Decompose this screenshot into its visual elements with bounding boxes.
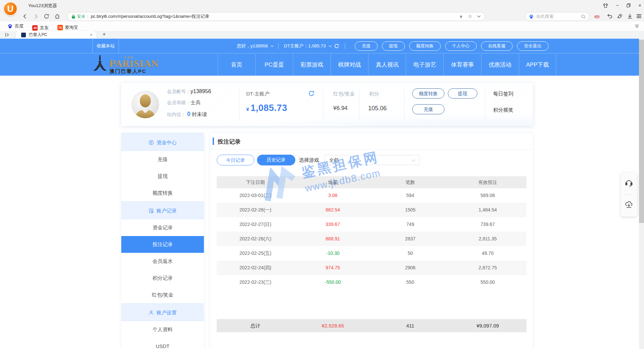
topbar-button-logout[interactable]: 安全退出 [517,41,549,51]
nav-item-app-download[interactable]: APP下载 [519,53,556,76]
daily-signin-link[interactable]: 每日签到 [493,91,513,97]
scrollbar-track[interactable] [639,39,644,349]
baidu-icon [7,24,13,29]
tab-close-icon[interactable]: × [90,32,92,37]
undo-icon[interactable] [607,13,613,19]
menu-icon[interactable] [636,13,642,19]
sidebar-item-account-records[interactable]: 账户记录 [121,201,204,219]
search-magnifier-icon[interactable] [581,14,586,19]
nav-item-pcdd[interactable]: PC蛋蛋 [255,53,293,76]
sidebar-item-fund-records[interactable]: 资金记录 [121,219,204,236]
favorite-site-link[interactable]: 收藏本站 [92,39,119,53]
restore-button[interactable] [626,3,631,8]
tab-history-records[interactable]: 历史记录 [257,155,295,165]
main-account-balance[interactable]: DT主账户：1,085.73 [284,43,326,49]
sidebar-item-label: 额度转换 [153,190,173,196]
nav-item-slots[interactable]: 电子游艺 [406,53,443,76]
topbar-button-online-service[interactable]: 在线客服 [481,41,513,51]
bonus-label: 红包/奖金 [333,91,355,97]
sidebar-item-deposit[interactable]: 充值 [121,151,204,168]
chevron-down-icon [412,158,415,161]
total-cell: 总计 [217,319,294,332]
nav-item-lottery[interactable]: 彩票游戏 [293,53,331,76]
sidebar-item-points-records[interactable]: 积分记录 [121,270,204,286]
theme-skin-icon[interactable] [603,3,608,8]
pdf-tool-icon[interactable]: PDF [595,13,599,20]
new-tab-button[interactable]: + [102,31,106,38]
tab-today-records[interactable]: 今日记录 [217,155,254,165]
bookmark-star-icon[interactable]: ☆ [468,13,472,20]
nav-item-sports[interactable]: 体育赛事 [443,53,481,76]
sidebar-item-redpacket-bonus[interactable]: 红包/奖金 [121,286,204,303]
bet-records-table: 下注日期输赢笔数有效投注 2022-03-01(二)3.08594589.082… [217,176,526,289]
refresh-balance-icon[interactable] [334,43,339,49]
reader-bolt-icon[interactable] [459,14,463,19]
nav-item-promotions[interactable]: 优惠活动 [481,53,519,76]
deposit-button[interactable]: 充值 [412,104,444,114]
total-cell: ¥9,097.09 [449,319,527,332]
back-icon[interactable] [22,13,28,20]
browser-tab[interactable]: 巴黎人PC × [16,31,96,39]
nav-item-board-games[interactable]: 棋牌对战 [331,53,368,76]
user-greeting[interactable]: 您好，y138956 [237,43,268,49]
topbar-button-quota-transfer[interactable]: 额度转换 [409,41,441,51]
sidebar-item-quota-transfer[interactable]: 额度转换 [121,185,204,201]
sidebar-item-personal-info[interactable]: 个人资料 [121,321,204,338]
sidebar-item-bet-records[interactable]: 投注记录 [121,236,204,253]
minimize-button[interactable]: − [616,2,619,8]
sidebar-item-withdraw[interactable]: 提现 [121,168,204,185]
sidebar-item-label: 充值 [158,156,168,162]
sidebar-item-usdt[interactable]: USDT [121,338,204,349]
quota-transfer-button[interactable]: 额度转换 [412,88,444,99]
content-card: 投注记录 今日记录 历史记录 选择游戏 全部 下注日期输赢笔数有效投注 2022… [210,133,533,349]
main-nav-list: 首页PC蛋蛋彩票游戏棋牌对战真人视讯电子游艺体育赛事优惠活动APP下载 [218,53,556,76]
withdraw-button[interactable]: 提现 [448,88,477,99]
sidebar-item-label: 投注记录 [153,241,173,247]
points-lottery-link[interactable]: 积分摇奖 [493,107,513,113]
nav-item-live-casino[interactable]: 真人视讯 [368,53,406,76]
mailbox-row[interactable]: 站内信：0封未读 [167,111,207,118]
sidebar-item-account-settings[interactable]: 账户设置 [121,303,204,321]
home-icon[interactable] [54,13,60,20]
tab-bar: 巴黎人PC × + [0,31,644,39]
url-text[interactable]: pc.blryl6.com/#/personal/accountLog?tag=… [91,13,209,20]
table-cell: 749 [372,217,449,232]
mailbox-unread-count: 0 [187,111,190,117]
wallet-refresh-icon[interactable] [308,90,315,97]
topbar-button-deposit[interactable]: 充值 [355,41,378,51]
sidebar-item-member-rebate[interactable]: 会员返水 [121,253,204,270]
clean-brush-icon[interactable] [617,13,623,19]
wallet-amount: ¥ 1,085.73 [246,103,287,113]
download-icon[interactable] [627,13,633,19]
browser-logo[interactable]: U [3,2,17,16]
table-row: 2022-02-28(一)882.5415051,484.54 [217,203,526,217]
topbar-button-withdraw[interactable]: 提现 [382,41,405,51]
close-button[interactable]: × [638,2,641,8]
cloud-download-icon[interactable] [625,200,633,209]
customer-service-icon[interactable] [625,179,633,187]
scrollbar-thumb[interactable] [639,40,644,223]
filters-row: 今日记录 历史记录 选择游戏 全部 [210,155,533,165]
browser-toolbar: 安全 | pc.blryl6.com/#/personal/accountLog… [0,11,644,22]
sidebar-item-fund-center[interactable]: 资金中心 [121,133,204,151]
collapse-toolbar-icon[interactable] [635,25,639,28]
jd-icon: JD [32,25,38,31]
game-select-dropdown[interactable]: 全部 [324,155,420,165]
reload-icon[interactable] [44,13,50,20]
topbar-button-personal-center[interactable]: 个人中心 [445,41,477,51]
tab-sidebar-toggle-icon[interactable] [5,32,10,37]
bookmark-baidu[interactable]: 百度 [7,22,24,31]
avatar[interactable] [131,90,159,118]
urlbar-dropdown-icon[interactable] [477,15,481,18]
site-logo[interactable]: THE PARISIAN 澳门巴黎人PC [91,54,159,75]
search-box[interactable]: 在此搜索 [525,12,590,21]
yen-circle-icon [148,140,154,145]
member-level-row: 会员等级：士兵 [167,100,201,106]
total-cell: ¥2,528.65 [294,319,372,332]
lock-icon [72,14,75,19]
ledger-icon [148,208,154,214]
nav-item-home[interactable]: 首页 [218,53,255,76]
forward-icon[interactable] [33,13,39,20]
member-account-row: 会员帐号：y138956 [167,88,211,95]
address-bar[interactable]: 安全 | pc.blryl6.com/#/personal/accountLog… [67,12,485,21]
